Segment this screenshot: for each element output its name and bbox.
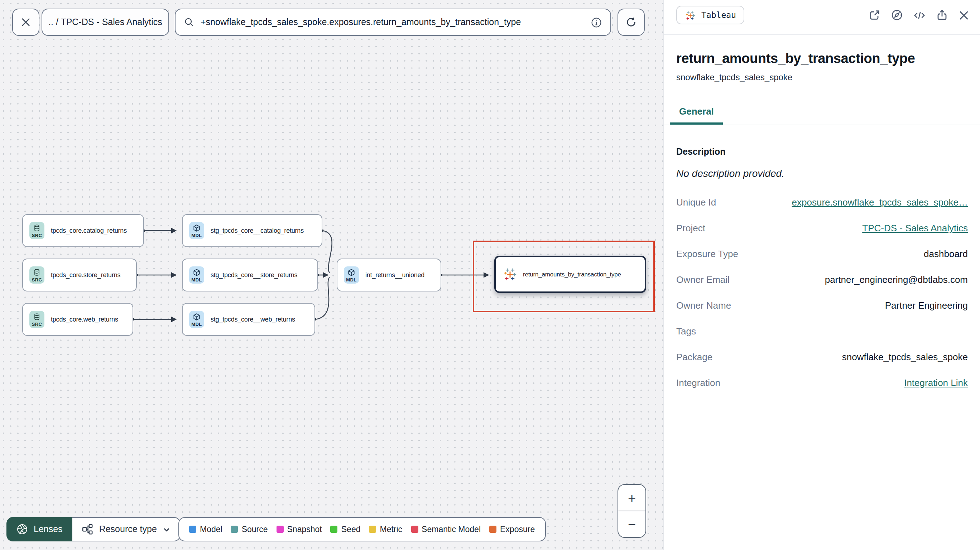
field-label: Package <box>676 351 713 362</box>
model-badge-icon: MDL <box>344 266 359 284</box>
dbt-explorer-lineage-view: SRC tpcds_core.catalog_returns MDL stg_t… <box>0 0 980 550</box>
share-button[interactable] <box>936 9 948 21</box>
semantic-model-swatch <box>411 526 418 533</box>
legend-item-metric: Metric <box>369 525 402 534</box>
compass-icon <box>891 9 903 21</box>
legend-item-source: Source <box>231 525 268 534</box>
resource-type-legend: Model Source Snapshot Seed Metric Semant… <box>178 517 546 541</box>
package-subtitle: snowflake_tpcds_sales_spoke <box>676 72 968 83</box>
integration-link[interactable]: Integration Link <box>904 377 968 388</box>
node-label: stg_tpcds_core__web_returns <box>211 316 295 323</box>
search-bar[interactable] <box>175 9 611 36</box>
field-label: Unique Id <box>676 197 716 208</box>
metric-swatch <box>369 526 376 533</box>
resource-type-dropdown[interactable]: Resource type <box>73 517 181 541</box>
badge-label: MDL <box>191 321 202 326</box>
info-icon[interactable] <box>591 17 602 27</box>
view-code-button[interactable] <box>913 9 926 21</box>
field-row-owner-email: Owner Email partner_engineering@dbtlabs.… <box>676 274 968 285</box>
badge-label: SRC <box>32 321 42 326</box>
legend-item-model: Model <box>189 525 223 534</box>
legend-item-seed: Seed <box>331 525 361 534</box>
zoom-in-button[interactable]: + <box>618 485 646 510</box>
detail-rows: Unique Id exposure.snowflake_tpcds_sales… <box>676 197 968 388</box>
field-row-exposure-type: Exposure Type dashboard <box>676 248 968 259</box>
tab-general[interactable]: General <box>670 101 723 125</box>
explore-compass-button[interactable] <box>891 9 903 21</box>
node-source-web-returns[interactable]: SRC tpcds_core.web_returns <box>22 303 133 336</box>
model-badge-icon: MDL <box>189 266 204 284</box>
lens-aperture-icon <box>16 523 28 535</box>
project-link[interactable]: TPC-DS - Sales Analytics <box>862 223 968 234</box>
node-label: stg_tpcds_core__catalog_returns <box>211 227 304 234</box>
node-model-int-returns-unioned[interactable]: MDL int_returns__unioned <box>337 259 441 291</box>
field-value: dashboard <box>924 248 968 259</box>
node-model-stg-store-returns[interactable]: MDL stg_tpcds_core__store_returns <box>182 259 318 291</box>
field-row-project: Project TPC-DS - Sales Analytics <box>676 223 968 234</box>
seed-swatch <box>331 526 338 533</box>
node-label: tpcds_core.web_returns <box>51 316 118 323</box>
cube-icon <box>193 268 200 276</box>
close-icon <box>21 17 31 27</box>
field-label: Integration <box>676 377 720 388</box>
legend-item-semantic-model: Semantic Model <box>411 525 481 534</box>
badge-label: SRC <box>32 277 42 282</box>
badge-label: MDL <box>346 277 356 282</box>
details-panel: Tableau return_amounts_by_transaction_ty… <box>663 0 980 550</box>
refresh-icon <box>625 16 637 28</box>
badge-label: MDL <box>191 232 202 237</box>
field-label: Project <box>676 223 705 234</box>
panel-actions <box>869 9 969 21</box>
node-model-stg-catalog-returns[interactable]: MDL stg_tpcds_core__catalog_returns <box>182 214 322 247</box>
zoom-controls: + − <box>617 484 646 538</box>
page-title: return_amounts_by_transaction_type <box>676 51 968 67</box>
tableau-badge[interactable]: Tableau <box>676 6 745 24</box>
field-value: partner_engineering@dbtlabs.com <box>825 274 968 285</box>
model-badge-icon: MDL <box>189 222 204 239</box>
database-icon <box>33 313 41 321</box>
external-link-icon <box>869 9 880 21</box>
node-label: tpcds_core.store_returns <box>51 272 120 278</box>
panel-header: Tableau <box>664 0 980 35</box>
close-icon <box>959 10 969 21</box>
model-badge-icon: MDL <box>189 311 204 328</box>
field-label: Owner Name <box>676 300 731 311</box>
code-icon <box>913 10 926 21</box>
field-row-package: Package snowflake_tpcds_sales_spoke <box>676 351 968 362</box>
node-label: return_amounts_by_transaction_type <box>523 271 621 278</box>
description-heading: Description <box>676 147 968 157</box>
panel-tabs: General <box>664 101 980 125</box>
field-label: Exposure Type <box>676 248 738 259</box>
general-section: Description No description provided. Uni… <box>664 147 980 388</box>
node-source-store-returns[interactable]: SRC tpcds_core.store_returns <box>22 259 137 291</box>
search-input[interactable] <box>200 17 585 27</box>
field-label: Tags <box>676 326 696 337</box>
field-label: Owner Email <box>676 274 730 285</box>
node-source-catalog-returns[interactable]: SRC tpcds_core.catalog_returns <box>22 214 144 247</box>
model-swatch <box>189 526 196 533</box>
source-badge-icon: SRC <box>29 266 45 284</box>
resource-type-label: Resource type <box>99 524 157 534</box>
refresh-button[interactable] <box>617 9 645 36</box>
lenses-button[interactable]: Lenses <box>6 517 73 541</box>
field-row-unique-id: Unique Id exposure.snowflake_tpcds_sales… <box>676 197 968 208</box>
node-exposure-return-amounts[interactable]: return_amounts_by_transaction_type <box>494 256 646 293</box>
field-row-tags: Tags <box>676 326 968 337</box>
node-label: tpcds_core.catalog_returns <box>51 227 127 234</box>
description-empty-text: No description provided. <box>676 168 968 179</box>
unique-id-link[interactable]: exposure.snowflake_tpcds_sales_spoke… <box>792 197 968 208</box>
close-panel-button[interactable] <box>959 9 969 21</box>
field-row-integration: Integration Integration Link <box>676 377 968 388</box>
tableau-icon <box>503 267 517 281</box>
breadcrumb[interactable]: .. / TPC-DS - Sales Analytics <box>41 9 169 36</box>
panel-body: return_amounts_by_transaction_type snowf… <box>664 51 980 388</box>
cube-icon <box>347 268 355 276</box>
open-external-button[interactable] <box>869 9 880 21</box>
close-lineage-button[interactable] <box>12 9 40 36</box>
node-model-stg-web-returns[interactable]: MDL stg_tpcds_core__web_returns <box>182 303 315 336</box>
breadcrumb-label: .. / TPC-DS - Sales Analytics <box>48 17 162 27</box>
source-swatch <box>231 526 238 533</box>
zoom-out-button[interactable]: − <box>618 510 646 537</box>
source-badge-icon: SRC <box>29 311 45 328</box>
lineage-canvas[interactable]: SRC tpcds_core.catalog_returns MDL stg_t… <box>0 0 663 550</box>
